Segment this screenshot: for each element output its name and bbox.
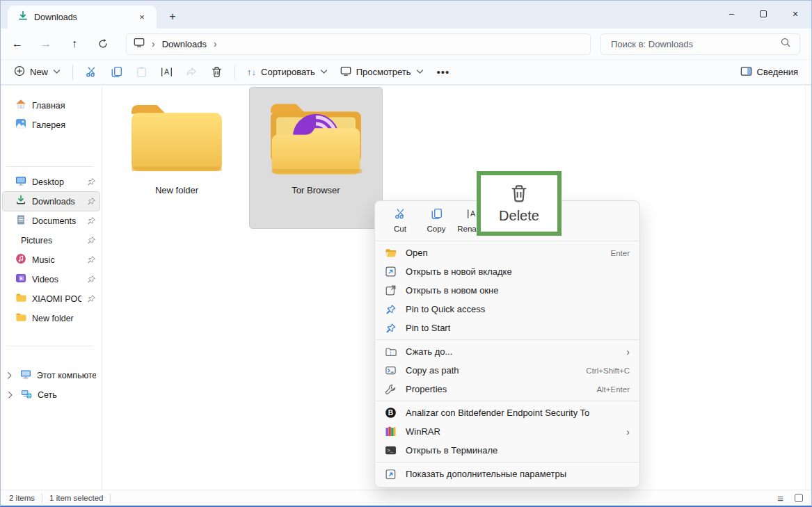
breadcrumb[interactable]: › Downloads › [126,33,591,55]
paste-button[interactable] [129,62,154,83]
plus-circle-icon [14,65,25,79]
sort-button[interactable]: ↑↓ Сортировать [241,62,334,83]
minimize-button[interactable]: − [715,1,747,27]
back-button[interactable]: ← [6,33,29,55]
more-options-button[interactable]: ••• [430,62,457,83]
submenu-chevron-icon: › [626,346,630,357]
sidebar-item-desktop[interactable]: Desktop [3,172,99,191]
context-menu: CutCopyARenameOpenEnterОткрыть в новой в… [374,200,640,488]
sidebar-item-xiaomi-poco-f[interactable]: XIAOMI POCO F [3,289,99,308]
gallery-icon [15,118,26,131]
details-panel-icon [740,65,752,79]
pin-blue-icon [385,323,397,334]
sidebar-item-music[interactable]: Music [3,250,99,269]
menu-item-label: Открыть в Терминале [406,445,497,456]
sidebar-item-downloads[interactable]: Downloads [3,192,99,211]
menu-divider [376,339,639,340]
scrollbar[interactable] [805,86,811,490]
menu-item-label: WinRAR [406,426,440,437]
menu-item-label: Open [406,248,428,258]
sidebar-item-галерея[interactable]: Галерея [3,115,99,134]
menu-item-copy-as-path[interactable]: Copy as pathCtrl+Shift+C [379,361,636,380]
tab-downloads[interactable]: Downloads × [8,6,157,29]
tab-close-icon[interactable]: × [134,10,150,25]
menu-item-open[interactable]: OpenEnter [379,243,636,262]
chevron-down-icon [416,67,424,77]
sidebar-item-сеть[interactable]: Сеть [3,385,99,404]
cut-button[interactable] [79,62,104,83]
menu-item-winrar[interactable]: WinRAR› [379,422,636,441]
expand-chevron-icon[interactable] [6,371,15,380]
details-pane-button[interactable]: Сведения [734,62,804,83]
close-button[interactable]: × [779,1,811,27]
forward-button[interactable]: → [34,33,58,55]
menu-item-analizar-con-bitdefender-endpoint-security-to[interactable]: BAnalizar con Bitdefender Endpoint Secur… [379,403,636,422]
menu-item-открыть-в-терминале[interactable]: >_Открыть в Терминале [379,441,636,460]
expand-chevron-icon[interactable] [6,391,15,399]
items-count: 2 items [9,494,35,502]
videos-icon [15,273,26,286]
sidebar-item-label: Videos [32,275,58,284]
folder-icon [15,312,26,325]
submenu-chevron-icon: › [626,426,630,437]
delete-highlight-box[interactable]: Delete [477,171,562,236]
menu-item-сжать-до[interactable]: Сжать до...› [379,342,636,361]
delete-button[interactable] [204,62,229,83]
menu-item-pin-to-start[interactable]: Pin to Start [379,319,636,337]
tab-title: Downloads [34,13,77,22]
file-tile-tor-browser[interactable]: Tor Browser [250,88,382,228]
desktop-icon [15,175,26,188]
this-pc-icon [134,37,145,51]
file-explorer-window: Downloads × + − × ← → ↑ › Downloads › Ne… [0,0,812,507]
menu-item-показать-дополнительные-параметры[interactable]: Показать дополнительные параметры [379,465,636,483]
large-icons-view-icon[interactable] [795,494,803,502]
file-tile-new-folder[interactable]: New folder [111,88,243,228]
menu-item-открыть-в-новом-окне[interactable]: Открыть в новом окне [379,281,636,300]
bitdefender-icon: B [385,407,397,419]
search-input[interactable] [610,38,780,50]
tor-browser-folder-icon [263,96,369,181]
list-view-icon[interactable]: ≡ [777,493,783,504]
folder-icon [124,96,230,181]
search-icon [780,37,791,51]
pin-blue-icon [385,304,397,315]
quick-action-cut[interactable]: Cut [382,206,418,235]
copy-button[interactable] [104,62,129,83]
sidebar-item-label: Главная [32,101,65,111]
sidebar-item-label: Desktop [32,177,64,187]
up-button[interactable]: ↑ [63,33,86,55]
rename-button[interactable]: A [154,62,179,83]
sidebar-item-videos[interactable]: Videos [3,270,99,289]
menu-item-properties[interactable]: PropertiesAlt+Enter [379,380,636,399]
sidebar-item-главная[interactable]: Главная [3,96,99,115]
share-button[interactable] [179,62,204,83]
file-name: Tor Browser [292,185,340,195]
menu-item-label: Открыть в новой вкладке [406,266,512,277]
menu-item-открыть-в-новой-вкладке[interactable]: Открыть в новой вкладке [379,262,636,281]
copy-icon [431,208,443,223]
winrar-icon [385,426,397,437]
svg-text:B: B [388,409,393,417]
sidebar-item-label: XIAOMI POCO F [32,294,81,304]
monitor-icon [340,65,351,79]
view-button[interactable]: Просмотреть [334,62,430,83]
sidebar-item-label: Documents [32,216,76,226]
maximize-button[interactable] [747,1,779,27]
quick-action-copy[interactable]: Copy [418,206,454,235]
sort-arrows-icon: ↑↓ [247,67,256,77]
menu-item-label: Properties [406,384,447,394]
sidebar-item-этот-компьютер[interactable]: Этот компьютер [3,366,99,385]
new-tab-button[interactable]: + [162,7,183,26]
search-box[interactable] [600,33,800,55]
new-button[interactable]: New [8,62,67,83]
breadcrumb-item-downloads[interactable]: Downloads [162,39,207,49]
selected-count: 1 item selected [49,494,103,502]
pin-icon [87,216,96,225]
properties-icon [385,383,397,395]
breadcrumb-chevron-icon: › [209,38,221,49]
refresh-button[interactable] [91,33,115,55]
sidebar-item-documents[interactable]: Documents [3,211,99,230]
sidebar-item-new-folder[interactable]: New folder [3,309,99,328]
menu-item-pin-to-quick-access[interactable]: Pin to Quick access [379,300,636,319]
sidebar-item-pictures[interactable]: Pictures [3,231,99,250]
